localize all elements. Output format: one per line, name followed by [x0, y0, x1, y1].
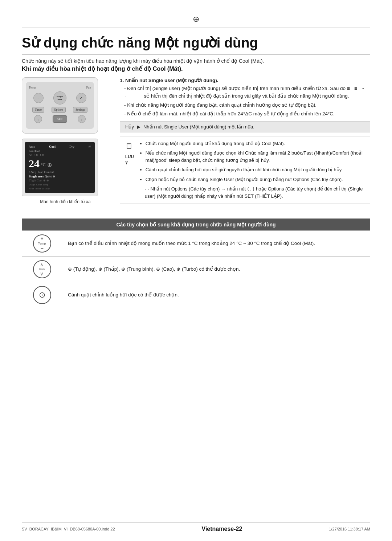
screen-dlight: d'light Cool ⊕ ⊕ [29, 179, 91, 182]
note-content: Chức năng Một người dùng chỉ khả dụng tr… [139, 140, 365, 200]
screen-fan: Fan [29, 149, 34, 153]
footer-left: SV_BORACAY_IB&IM_VI_DB68-05680A-00.indd … [22, 527, 115, 531]
screen-temp-unit: °C [41, 162, 46, 168]
note-bullet-1: Chức năng Một người dùng chỉ khả dụng tr… [146, 140, 365, 147]
cancel-label: Hủy [125, 124, 134, 130]
screen-wifi: ≋ [88, 145, 91, 148]
options-table: Các tùy chọn bổ sung khả dụng trong chức… [22, 218, 370, 308]
note-bullet-2: Nếu chức năng Một người dùng được chọn k… [146, 149, 365, 164]
swing-description: Cánh quạt chỉnh luồng hơi dọc có thể đượ… [68, 291, 179, 299]
top-reg-mark: ⊕ [22, 15, 370, 24]
single-user-btn[interactable]: Singleuser [53, 91, 66, 104]
step-1: 1. Nhấn nút Single user (Một người dùng)… [120, 77, 370, 118]
temp-minus-btn[interactable]: − [33, 93, 44, 103]
right-column: 1. Nhấn nút Single user (Một người dùng)… [120, 77, 370, 208]
options-table-row-swing: ⊙ Cánh quạt chỉnh luồng hơi dọc có thể đ… [22, 282, 370, 308]
subtitle-desc: Chức năng này sẽ tiết kiệm tiêu hao năng… [22, 58, 370, 64]
screen-cool: Cool [49, 145, 56, 148]
options-table-row-fan: ∧ Fan ∨ ⊕ (Tự động), ⊕ (Thấp), ⊕ (Trung … [22, 256, 370, 282]
screen-temperature: 24 [29, 158, 40, 169]
screen-step-labels: 2-StepFastComfort [29, 171, 91, 174]
screen-heat: Heat [34, 149, 40, 153]
note-box: 🗒 LƯU Ý Chức năng Một người dùng chỉ khả… [120, 136, 370, 204]
page-footer: SV_BORACAY_IB&IM_VI_DB68-05680A-00.indd … [22, 522, 370, 532]
temp-icon-cell: + Temp − [22, 231, 62, 256]
cancel-box: Hủy ▶ Nhấn nút Single User (Một người dù… [120, 121, 370, 132]
temp-text-cell: Bạn có thể điều chỉnh nhiệt độ mong muốn… [62, 231, 370, 256]
screen-on-label: On [34, 153, 38, 157]
set-btn[interactable]: SET [53, 115, 67, 123]
subtitle-bold: Khi máy điều hòa nhiệt độ hoạt động ở ch… [22, 65, 370, 72]
screen-single-user: Single user Quiet ⊕ [29, 175, 91, 178]
note-sub-bullet: - Nhấn nút Options (Các tùy chọn) → nhấn… [145, 185, 365, 200]
timer-btn[interactable]: Timer [32, 107, 44, 113]
options-table-header: Các tùy chọn bổ sung khả dụng trong chức… [22, 219, 370, 230]
options-table-row-temp: + Temp − Bạn có thể điều chỉnh nhiệt độ … [22, 230, 370, 256]
note-bullet-3: Cánh quạt chỉnh luồng hơi dọc sẽ giữ ngu… [146, 166, 365, 173]
fan-check-btn[interactable]: ✓ [76, 93, 86, 103]
steps-list: 1. Nhấn nút Single user (Một người dùng)… [120, 77, 370, 204]
note-label: LƯU Ý [125, 154, 134, 166]
fan-text-cell: ⊕ (Tự động), ⊕ (Thấp), ⊕ (Trung bình), ⊕… [62, 257, 370, 282]
screen-set-label: Set [29, 153, 32, 157]
nav-left-btn[interactable]: ‹ [34, 115, 42, 123]
temp-label: Temp [29, 86, 36, 89]
fan-icon-cell: ∧ Fan ∨ [22, 257, 62, 282]
fan-icon: ∧ Fan ∨ [33, 260, 51, 278]
cancel-text: Nhấn nút Single User (Một người dùng) mộ… [143, 124, 254, 130]
settings-btn[interactable]: Settings [73, 107, 87, 113]
screen-caption: Màn hình điều khiển từ xa [22, 199, 109, 204]
screen-display-image: Auto Cool Dry ≋ Fan Heat Set On Off [22, 139, 98, 196]
step-1-bullet-2: Khi chức năng Một người dùng đang bật, c… [124, 102, 370, 109]
screen-bottom-labels-2: FilterResetDisplay [29, 187, 91, 190]
options-btn[interactable]: Options [52, 107, 66, 113]
note-icon: 🗒 [125, 140, 134, 152]
nav-right-btn[interactable]: › [78, 115, 86, 123]
fan-description: ⊕ (Tự động), ⊕ (Thấp), ⊕ (Trung bình), ⊕… [68, 266, 240, 273]
screen-temp-icon: ⊕ [47, 161, 52, 168]
note-bullet-4: Chọn hoặc hủy bỏ chức năng Single User (… [146, 176, 365, 183]
footer-right: 1/27/2016 11:38:17 AM [329, 527, 370, 531]
screen-dry: Dry [69, 145, 74, 148]
screen-auto: Auto [29, 145, 35, 148]
fan-label: Fan [86, 86, 91, 89]
remote-control-image: Temp Fan − Singleuser ✓ Timer Options Se… [22, 77, 98, 134]
step-1-title: 1. Nhấn nút Single user (Một người dùng)… [120, 77, 370, 83]
screen-bottom-labels: UsageCleanBeep [29, 183, 91, 186]
step-1-bullet-3: Nếu ở chế độ làm mát, nhiệt độ cài đặt t… [124, 110, 370, 118]
main-content: Temp Fan − Singleuser ✓ Timer Options Se… [22, 77, 370, 208]
screen-off-label: Off [40, 153, 44, 157]
page-title: Sử dụng chức năng Một người dùng [22, 35, 370, 54]
swing-icon-cell: ⊙ [22, 282, 62, 308]
swing-icon: ⊙ [33, 286, 51, 304]
cancel-arrow-icon: ▶ [137, 124, 140, 130]
temp-description: Bạn có thể điều chỉnh nhiệt độ mong muốn… [68, 240, 315, 247]
swing-text-cell: Cánh quạt chỉnh luồng hơi dọc có thể đượ… [62, 282, 370, 308]
temp-icon: + Temp − [33, 234, 51, 253]
left-column: Temp Fan − Singleuser ✓ Timer Options Se… [22, 77, 109, 208]
step-1-bullet-1: Đèn chỉ thị (Single user) (Một người dùn… [124, 85, 370, 100]
footer-page-number: Vietnamese-22 [202, 526, 242, 532]
